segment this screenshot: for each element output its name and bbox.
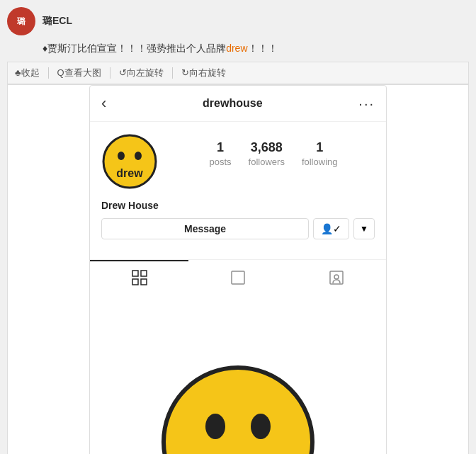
post-text: ♦贾斯汀比伯宣宣！！！强势推出个人品牌drew！！！: [7, 41, 469, 56]
tab-video[interactable]: [188, 260, 287, 294]
ig-stat-followers: 3,688 followers: [249, 140, 285, 168]
svg-rect-8: [232, 271, 244, 284]
ig-follow-button[interactable]: 👤✓: [313, 218, 349, 239]
ig-profile-top: drew 1 posts 3,688 followers: [101, 133, 375, 190]
instagram-frame: ‹ drewhouse ··· drew: [89, 85, 387, 454]
ig-posts-count: 1: [210, 140, 232, 155]
ig-following-count: 1: [302, 140, 338, 155]
svg-rect-5: [141, 271, 147, 276]
svg-point-12: [205, 414, 225, 439]
toolbar-separator-3: [172, 67, 173, 79]
svg-rect-4: [132, 271, 138, 276]
svg-point-13: [251, 414, 271, 439]
post-author[interactable]: 璐ECL: [42, 15, 72, 28]
ig-more-button[interactable]: ···: [358, 96, 375, 112]
svg-point-2: [135, 152, 142, 160]
ig-message-button[interactable]: Message: [101, 218, 309, 239]
rotate-right-button[interactable]: ↻向右旋转: [181, 67, 226, 79]
tab-tagged[interactable]: [288, 260, 386, 294]
person-check-icon: 👤✓: [321, 223, 341, 234]
ig-post-image: drew @微博ECL: [90, 294, 386, 454]
inner-content: ‹ drewhouse ··· drew: [7, 84, 469, 454]
svg-rect-7: [141, 279, 147, 285]
collect-button[interactable]: ♣收起: [15, 67, 40, 79]
ig-stat-posts: 1 posts: [210, 140, 232, 168]
svg-rect-9: [330, 271, 343, 284]
ig-header: ‹ drewhouse ···: [90, 86, 386, 122]
post-container: 璐 璐ECL ♦贾斯汀比伯宣宣！！！强势推出个人品牌drew！！！ ♣收起 Q查…: [0, 0, 476, 454]
svg-point-0: [103, 135, 156, 188]
svg-point-11: [164, 368, 312, 454]
toolbar-separator-1: [48, 67, 49, 79]
ig-following-label: following: [302, 157, 338, 167]
svg-text:drew: drew: [116, 167, 143, 179]
svg-rect-6: [132, 279, 138, 285]
svg-point-10: [334, 275, 339, 279]
ig-stat-following: 1 following: [302, 140, 338, 168]
toolbar-separator-2: [110, 67, 110, 79]
ig-avatar: drew: [101, 133, 158, 190]
ig-stats: 1 posts 3,688 followers 1 following: [172, 133, 375, 168]
view-large-button[interactable]: Q查看大图: [57, 67, 101, 79]
avatar: 璐: [7, 7, 35, 35]
ig-posts-label: posts: [210, 157, 232, 167]
ig-tabs: [90, 259, 386, 294]
svg-point-1: [118, 152, 125, 160]
rotate-left-button[interactable]: ↺向左旋转: [119, 67, 164, 79]
ig-profile-name: Drew House: [101, 200, 375, 211]
ig-back-button[interactable]: ‹: [101, 94, 106, 113]
ig-followers-count: 3,688: [249, 140, 285, 155]
post-header: 璐 璐ECL: [7, 7, 469, 35]
ig-dropdown-button[interactable]: ▼: [353, 218, 375, 239]
toolbar: ♣收起 Q查看大图 ↺向左旋转 ↻向右旋转: [7, 62, 469, 84]
ig-username-title: drewhouse: [203, 97, 262, 110]
ig-profile: drew 1 posts 3,688 followers: [90, 122, 386, 251]
tab-grid[interactable]: [90, 260, 188, 294]
ig-followers-label: followers: [249, 157, 285, 167]
ig-actions: Message 👤✓ ▼: [101, 218, 375, 239]
